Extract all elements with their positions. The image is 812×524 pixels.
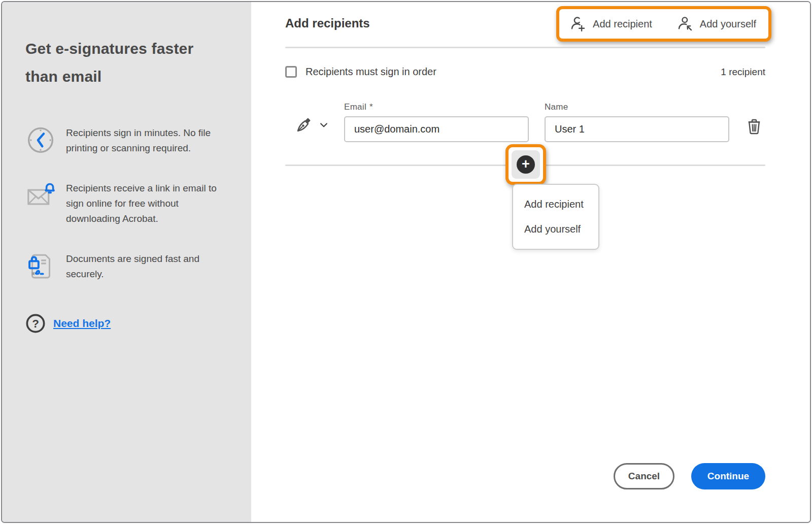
recipient-role-dropdown[interactable] <box>294 115 329 136</box>
toolbar-highlight-annotation: Add recipient Add yourself <box>556 6 771 42</box>
trash-icon <box>745 129 763 137</box>
person-self-icon <box>676 15 694 32</box>
info-sidebar: Get e-signatures faster than email Recip… <box>2 2 251 522</box>
add-recipient-label: Add recipient <box>593 18 652 30</box>
sign-in-order-label: Recipients must sign in order <box>306 66 436 78</box>
email-label: Email* <box>344 102 529 112</box>
plus-highlight-annotation: + <box>505 144 546 185</box>
add-recipients-panel: Add recipients Add recipient <box>251 2 810 522</box>
sign-order-row: Recipients must sign in order 1 recipien… <box>285 66 765 78</box>
cancel-button[interactable]: Cancel <box>614 463 674 489</box>
add-recipient-plus-button[interactable]: + <box>512 150 540 179</box>
need-help-row: ? Need help? <box>25 313 222 334</box>
benefit-text: Recipients receive a link in email to si… <box>66 180 218 226</box>
sign-in-order-checkbox[interactable] <box>285 66 297 78</box>
person-add-icon <box>569 15 587 32</box>
required-asterisk: * <box>369 102 373 112</box>
svg-text:?: ? <box>32 317 39 330</box>
need-help-link[interactable]: Need help? <box>53 317 111 330</box>
name-field-group: Name <box>545 102 729 142</box>
plus-icon: + <box>517 155 535 174</box>
header-divider <box>285 47 765 48</box>
clock-icon <box>25 125 56 155</box>
delete-recipient-button[interactable] <box>745 117 763 137</box>
add-menu-popup: Add recipient Add yourself <box>512 184 599 250</box>
recipient-row: Email* Name <box>285 102 765 142</box>
benefit-text: Documents are signed fast and securely. <box>66 251 218 282</box>
add-recipient-button[interactable]: Add recipient <box>569 15 652 32</box>
email-field-group: Email* <box>344 102 529 142</box>
chevron-down-icon <box>319 120 329 132</box>
benefit-text: Recipients sign in minutes. No file prin… <box>66 125 218 156</box>
pen-nib-icon <box>294 115 314 136</box>
list-item: Recipients sign in minutes. No file prin… <box>25 125 222 156</box>
secure-document-icon <box>25 251 56 281</box>
sidebar-heading: Get e-signatures faster than email <box>25 35 222 90</box>
menu-item-add-recipient[interactable]: Add recipient <box>513 192 598 217</box>
list-item: Documents are signed fast and securely. <box>25 251 222 282</box>
name-field[interactable] <box>545 116 729 142</box>
footer-actions: Cancel Continue <box>614 463 765 489</box>
add-yourself-label: Add yourself <box>700 18 756 30</box>
recipient-count: 1 recipient <box>721 67 765 78</box>
benefit-list: Recipients sign in minutes. No file prin… <box>25 125 222 282</box>
add-yourself-button[interactable]: Add yourself <box>676 15 756 32</box>
name-label: Name <box>545 102 729 112</box>
list-item: Recipients receive a link in email to si… <box>25 180 222 226</box>
menu-item-add-yourself[interactable]: Add yourself <box>513 217 598 242</box>
continue-button[interactable]: Continue <box>691 463 765 489</box>
add-recipient-zone: + Add recipient Add yourself <box>285 165 765 166</box>
email-field[interactable] <box>344 116 529 142</box>
question-mark-icon: ? <box>25 313 46 334</box>
email-notification-icon <box>25 180 56 211</box>
esign-dialog: Get e-signatures faster than email Recip… <box>1 1 811 523</box>
